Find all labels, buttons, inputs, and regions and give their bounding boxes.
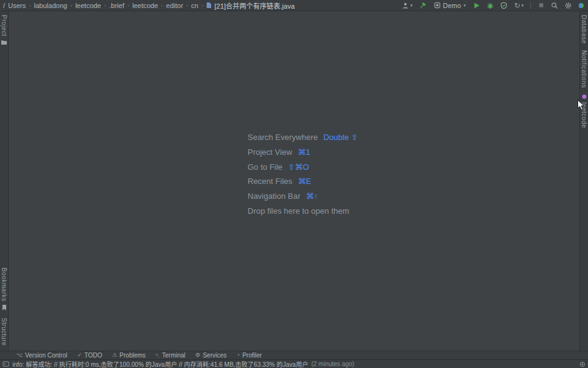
breadcrumb-item[interactable]: .brief <box>109 2 124 9</box>
search-icon <box>551 2 558 9</box>
profile-button[interactable]: ▾ <box>401 1 413 11</box>
user-icon <box>402 2 409 9</box>
chevron-down-icon: ▾ <box>410 3 413 7</box>
chevron-right-icon: › <box>128 2 129 9</box>
toolwindow-structure[interactable]: Structure <box>0 318 8 346</box>
toolwindow-problems[interactable]: ⚠ Problems <box>112 352 145 359</box>
breadcrumb-file[interactable]: [21]合并两个有序链表.java <box>206 1 295 11</box>
hint-shortcut: ⌘↑ <box>306 191 318 201</box>
breadcrumb-item[interactable]: cn <box>191 2 199 9</box>
hint-go-to-file: Go to File ⇧⌘O <box>248 159 358 174</box>
hint-navigation-bar: Navigation Bar ⌘↑ <box>248 189 358 204</box>
hint-shortcut: ⌘1 <box>298 147 310 157</box>
main-toolbar: ▾ Demo ▾ <box>401 1 585 11</box>
run-config-icon <box>434 2 441 9</box>
hint-label: Project View <box>248 147 292 157</box>
search-everywhere-button[interactable] <box>550 1 559 11</box>
ide-window: / Users › labuladong › leetcode › .brief… <box>0 0 588 368</box>
gear-icon <box>564 2 572 9</box>
bookmark-icon <box>2 305 7 310</box>
status-message[interactable]: info: 解答成功: // 执行耗时:0 ms,击败了100.00% 的Jav… <box>12 359 308 368</box>
toolwindow-services[interactable]: ⚙ Services <box>196 352 227 359</box>
drop-files-label: Drop files here to open them <box>248 206 349 216</box>
leetcode-plugin-icon <box>582 94 587 99</box>
breadcrumb-item[interactable]: labuladong <box>34 2 67 9</box>
profiler-label: Profiler <box>242 352 262 359</box>
indicator-icon[interactable] <box>579 361 586 367</box>
profiler-icon: ◔ <box>236 353 240 358</box>
hint-project-view: Project View ⌘1 <box>248 145 358 160</box>
breadcrumb-item[interactable]: leetcode <box>76 2 102 9</box>
services-icon: ⚙ <box>196 353 201 358</box>
settings-button[interactable] <box>564 1 573 11</box>
notifications-label: Notifications <box>580 50 588 88</box>
chevron-down-icon: ▾ <box>464 3 466 7</box>
database-label: Database <box>580 15 588 44</box>
run-configuration-select[interactable]: Demo ▾ <box>432 1 468 11</box>
hint-label: Go to File <box>248 162 282 172</box>
chevron-right-icon: › <box>186 2 188 9</box>
toolwindow-leetcode[interactable]: leetcode <box>580 94 588 128</box>
chevron-right-icon: › <box>104 2 106 9</box>
debug-button[interactable] <box>486 1 495 11</box>
hint-shortcut: ⇧⌘O <box>288 162 309 172</box>
toolbar-separator <box>530 2 531 9</box>
code-with-me-icon <box>578 2 584 9</box>
chevron-right-icon: › <box>71 2 72 9</box>
run-with-coverage-button[interactable] <box>499 1 508 11</box>
build-project-button[interactable] <box>418 1 427 11</box>
hint-recent-files: Recent Files ⌘E <box>248 174 358 189</box>
breadcrumb: / Users › labuladong › leetcode › .brief… <box>3 1 295 11</box>
hint-label: Recent Files <box>248 177 292 186</box>
chevron-right-icon: › <box>29 2 31 9</box>
event-log-icon[interactable] <box>2 361 9 367</box>
profiler-run-button[interactable]: ↻ ▾ <box>513 1 524 11</box>
toolwindow-bookmarks[interactable]: Bookmarks <box>0 268 8 310</box>
folder-icon <box>1 40 7 45</box>
play-icon <box>473 2 480 9</box>
run-button[interactable] <box>472 1 481 11</box>
todo-icon: ✓ <box>77 353 82 358</box>
hint-drop-files: Drop files here to open them <box>248 203 358 218</box>
version-control-icon: ⌥ <box>16 353 22 358</box>
hint-search-everywhere: Search Everywhere Double ⇧ <box>248 130 358 145</box>
navigation-bar: / Users › labuladong › leetcode › .brief… <box>0 0 588 11</box>
bottom-tool-window-bar: ⌥ Version Control ✓ TODO ⚠ Problems >_ T… <box>0 351 588 359</box>
terminal-icon: >_ <box>155 353 159 357</box>
leetcode-label: leetcode <box>580 102 588 128</box>
toolwindow-version-control[interactable]: ⌥ Version Control <box>16 352 67 359</box>
java-file-icon <box>206 2 212 9</box>
toolwindow-profiler[interactable]: ◔ Profiler <box>236 352 262 359</box>
chevron-right-icon: › <box>201 2 203 9</box>
code-with-me-button[interactable] <box>577 1 585 11</box>
services-label: Services <box>203 352 227 359</box>
breadcrumb-file-label: [21]合并两个有序链表.java <box>214 1 295 11</box>
toolwindow-todo[interactable]: ✓ TODO <box>77 352 102 359</box>
hint-shortcut: Double ⇧ <box>323 133 358 142</box>
chevron-down-icon: ▾ <box>521 3 524 7</box>
breadcrumb-item[interactable]: editor <box>166 2 183 9</box>
toolwindow-terminal[interactable]: >_ Terminal <box>155 352 185 359</box>
bug-icon <box>486 2 494 9</box>
toolwindow-database[interactable]: Database <box>580 15 588 44</box>
coverage-shield-icon <box>500 2 508 9</box>
status-bar: info: 解答成功: // 执行耗时:0 ms,击败了100.00% 的Jav… <box>0 359 588 368</box>
shortcut-hints: Search Everywhere Double ⇧ Project View … <box>248 130 358 218</box>
hint-shortcut: ⌘E <box>298 177 311 186</box>
hint-label: Navigation Bar <box>248 191 300 201</box>
breadcrumb-item[interactable]: Users <box>8 2 26 9</box>
todo-label: TODO <box>84 352 102 359</box>
toolwindow-notifications[interactable]: Notifications <box>580 50 588 88</box>
run-configuration-label: Demo <box>443 2 461 9</box>
editor-area[interactable]: Search Everywhere Double ⇧ Project View … <box>9 11 579 351</box>
toolwindow-project[interactable]: Project <box>0 15 8 45</box>
terminal-label: Terminal <box>162 352 186 359</box>
right-tool-window-stripe: Database Notifications leetcode <box>579 11 588 351</box>
structure-label: Structure <box>0 318 8 346</box>
breadcrumb-item[interactable]: leetcode <box>132 2 158 9</box>
hammer-icon <box>419 2 426 9</box>
breadcrumb-root[interactable]: / <box>3 2 5 9</box>
bookmarks-label: Bookmarks <box>0 268 8 302</box>
stop-button[interactable] <box>537 1 545 11</box>
version-control-label: Version Control <box>25 352 67 359</box>
